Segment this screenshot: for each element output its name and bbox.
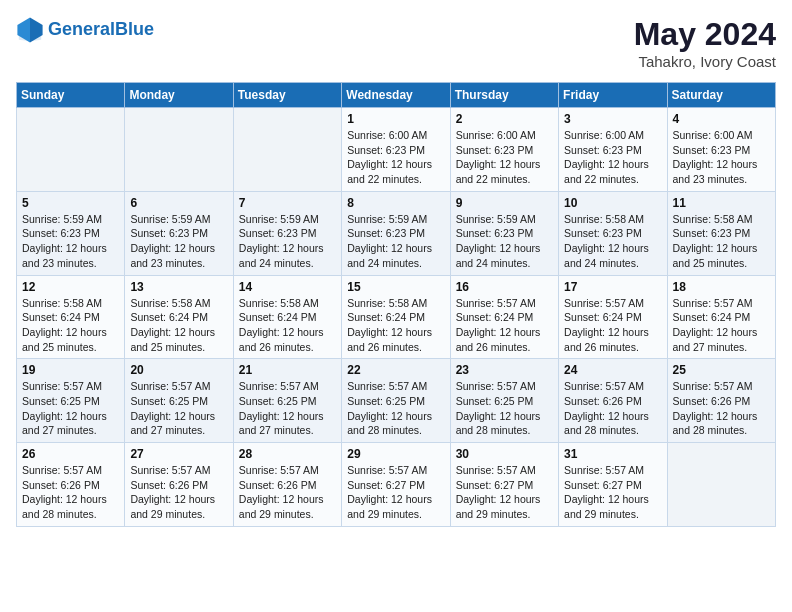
page-header: GeneralBlue May 2024 Tahakro, Ivory Coas…: [16, 16, 776, 70]
day-number: 10: [564, 196, 661, 210]
calendar-cell: 11Sunrise: 5:58 AMSunset: 6:23 PMDayligh…: [667, 191, 775, 275]
calendar-cell: 16Sunrise: 5:57 AMSunset: 6:24 PMDayligh…: [450, 275, 558, 359]
day-number: 15: [347, 280, 444, 294]
day-info: Sunrise: 5:59 AMSunset: 6:23 PMDaylight:…: [347, 212, 444, 271]
day-info: Sunrise: 5:57 AMSunset: 6:26 PMDaylight:…: [22, 463, 119, 522]
calendar-cell: 23Sunrise: 5:57 AMSunset: 6:25 PMDayligh…: [450, 359, 558, 443]
logo: GeneralBlue: [16, 16, 154, 44]
day-info: Sunrise: 5:58 AMSunset: 6:24 PMDaylight:…: [239, 296, 336, 355]
day-info: Sunrise: 6:00 AMSunset: 6:23 PMDaylight:…: [347, 128, 444, 187]
calendar-week-row: 5Sunrise: 5:59 AMSunset: 6:23 PMDaylight…: [17, 191, 776, 275]
calendar-cell: 26Sunrise: 5:57 AMSunset: 6:26 PMDayligh…: [17, 443, 125, 527]
day-number: 19: [22, 363, 119, 377]
day-info: Sunrise: 5:58 AMSunset: 6:23 PMDaylight:…: [564, 212, 661, 271]
weekday-header-cell: Friday: [559, 83, 667, 108]
title-block: May 2024 Tahakro, Ivory Coast: [634, 16, 776, 70]
calendar-cell: 6Sunrise: 5:59 AMSunset: 6:23 PMDaylight…: [125, 191, 233, 275]
day-info: Sunrise: 5:58 AMSunset: 6:24 PMDaylight:…: [22, 296, 119, 355]
day-info: Sunrise: 5:57 AMSunset: 6:24 PMDaylight:…: [564, 296, 661, 355]
weekday-header-cell: Wednesday: [342, 83, 450, 108]
calendar-week-row: 19Sunrise: 5:57 AMSunset: 6:25 PMDayligh…: [17, 359, 776, 443]
calendar-cell: 5Sunrise: 5:59 AMSunset: 6:23 PMDaylight…: [17, 191, 125, 275]
weekday-header-cell: Monday: [125, 83, 233, 108]
day-info: Sunrise: 5:59 AMSunset: 6:23 PMDaylight:…: [239, 212, 336, 271]
day-number: 5: [22, 196, 119, 210]
day-info: Sunrise: 5:58 AMSunset: 6:24 PMDaylight:…: [347, 296, 444, 355]
calendar-cell: [667, 443, 775, 527]
day-info: Sunrise: 6:00 AMSunset: 6:23 PMDaylight:…: [456, 128, 553, 187]
day-info: Sunrise: 5:57 AMSunset: 6:24 PMDaylight:…: [673, 296, 770, 355]
day-number: 27: [130, 447, 227, 461]
day-info: Sunrise: 5:58 AMSunset: 6:24 PMDaylight:…: [130, 296, 227, 355]
calendar-cell: 18Sunrise: 5:57 AMSunset: 6:24 PMDayligh…: [667, 275, 775, 359]
day-number: 22: [347, 363, 444, 377]
calendar-cell: 24Sunrise: 5:57 AMSunset: 6:26 PMDayligh…: [559, 359, 667, 443]
calendar-cell: 2Sunrise: 6:00 AMSunset: 6:23 PMDaylight…: [450, 108, 558, 192]
day-info: Sunrise: 5:59 AMSunset: 6:23 PMDaylight:…: [130, 212, 227, 271]
day-number: 21: [239, 363, 336, 377]
calendar-body: 1Sunrise: 6:00 AMSunset: 6:23 PMDaylight…: [17, 108, 776, 527]
month-year: May 2024: [634, 16, 776, 53]
location: Tahakro, Ivory Coast: [634, 53, 776, 70]
calendar-cell: 4Sunrise: 6:00 AMSunset: 6:23 PMDaylight…: [667, 108, 775, 192]
day-number: 8: [347, 196, 444, 210]
day-number: 16: [456, 280, 553, 294]
calendar-cell: 7Sunrise: 5:59 AMSunset: 6:23 PMDaylight…: [233, 191, 341, 275]
day-number: 12: [22, 280, 119, 294]
calendar-cell: 31Sunrise: 5:57 AMSunset: 6:27 PMDayligh…: [559, 443, 667, 527]
day-number: 1: [347, 112, 444, 126]
day-number: 17: [564, 280, 661, 294]
calendar-cell: 10Sunrise: 5:58 AMSunset: 6:23 PMDayligh…: [559, 191, 667, 275]
day-info: Sunrise: 5:58 AMSunset: 6:23 PMDaylight:…: [673, 212, 770, 271]
day-number: 6: [130, 196, 227, 210]
day-info: Sunrise: 5:57 AMSunset: 6:26 PMDaylight:…: [130, 463, 227, 522]
day-info: Sunrise: 5:57 AMSunset: 6:25 PMDaylight:…: [239, 379, 336, 438]
day-number: 2: [456, 112, 553, 126]
calendar-cell: 27Sunrise: 5:57 AMSunset: 6:26 PMDayligh…: [125, 443, 233, 527]
calendar-cell: 8Sunrise: 5:59 AMSunset: 6:23 PMDaylight…: [342, 191, 450, 275]
day-number: 28: [239, 447, 336, 461]
weekday-header-cell: Tuesday: [233, 83, 341, 108]
day-info: Sunrise: 5:57 AMSunset: 6:25 PMDaylight:…: [22, 379, 119, 438]
calendar-cell: [17, 108, 125, 192]
day-number: 3: [564, 112, 661, 126]
calendar-cell: 3Sunrise: 6:00 AMSunset: 6:23 PMDaylight…: [559, 108, 667, 192]
calendar-week-row: 26Sunrise: 5:57 AMSunset: 6:26 PMDayligh…: [17, 443, 776, 527]
day-info: Sunrise: 5:57 AMSunset: 6:25 PMDaylight:…: [130, 379, 227, 438]
calendar-cell: 21Sunrise: 5:57 AMSunset: 6:25 PMDayligh…: [233, 359, 341, 443]
calendar-cell: 15Sunrise: 5:58 AMSunset: 6:24 PMDayligh…: [342, 275, 450, 359]
calendar-week-row: 12Sunrise: 5:58 AMSunset: 6:24 PMDayligh…: [17, 275, 776, 359]
day-number: 24: [564, 363, 661, 377]
day-number: 31: [564, 447, 661, 461]
day-info: Sunrise: 5:57 AMSunset: 6:25 PMDaylight:…: [456, 379, 553, 438]
day-number: 4: [673, 112, 770, 126]
day-number: 9: [456, 196, 553, 210]
calendar-cell: 1Sunrise: 6:00 AMSunset: 6:23 PMDaylight…: [342, 108, 450, 192]
logo-line1: General: [48, 19, 115, 39]
day-number: 18: [673, 280, 770, 294]
calendar-cell: 30Sunrise: 5:57 AMSunset: 6:27 PMDayligh…: [450, 443, 558, 527]
weekday-header-cell: Saturday: [667, 83, 775, 108]
day-number: 26: [22, 447, 119, 461]
weekday-header-row: SundayMondayTuesdayWednesdayThursdayFrid…: [17, 83, 776, 108]
logo-text: GeneralBlue: [48, 20, 154, 40]
calendar-week-row: 1Sunrise: 6:00 AMSunset: 6:23 PMDaylight…: [17, 108, 776, 192]
day-info: Sunrise: 5:57 AMSunset: 6:27 PMDaylight:…: [564, 463, 661, 522]
day-number: 14: [239, 280, 336, 294]
day-info: Sunrise: 5:57 AMSunset: 6:26 PMDaylight:…: [564, 379, 661, 438]
day-number: 29: [347, 447, 444, 461]
calendar-table: SundayMondayTuesdayWednesdayThursdayFrid…: [16, 82, 776, 527]
day-number: 7: [239, 196, 336, 210]
day-info: Sunrise: 5:57 AMSunset: 6:26 PMDaylight:…: [673, 379, 770, 438]
logo-icon: [16, 16, 44, 44]
day-info: Sunrise: 5:57 AMSunset: 6:25 PMDaylight:…: [347, 379, 444, 438]
weekday-header-cell: Thursday: [450, 83, 558, 108]
day-info: Sunrise: 5:57 AMSunset: 6:27 PMDaylight:…: [456, 463, 553, 522]
day-number: 11: [673, 196, 770, 210]
calendar-header: SundayMondayTuesdayWednesdayThursdayFrid…: [17, 83, 776, 108]
calendar-cell: 22Sunrise: 5:57 AMSunset: 6:25 PMDayligh…: [342, 359, 450, 443]
calendar-cell: 28Sunrise: 5:57 AMSunset: 6:26 PMDayligh…: [233, 443, 341, 527]
calendar-cell: [125, 108, 233, 192]
calendar-cell: 20Sunrise: 5:57 AMSunset: 6:25 PMDayligh…: [125, 359, 233, 443]
weekday-header-cell: Sunday: [17, 83, 125, 108]
